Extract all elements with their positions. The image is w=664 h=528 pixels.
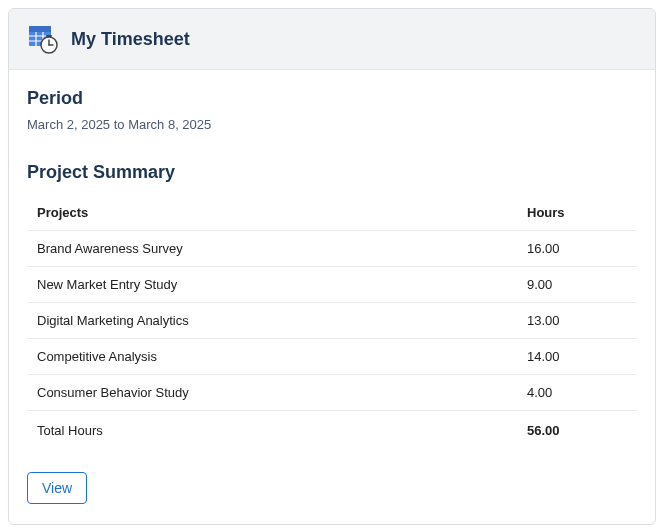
total-row: Total Hours 56.00: [27, 411, 637, 451]
table-row: Competitive Analysis 14.00: [27, 339, 637, 375]
project-name: Brand Awareness Survey: [27, 231, 517, 267]
view-button[interactable]: View: [27, 472, 87, 504]
period-label: Period: [27, 88, 637, 109]
project-hours: 13.00: [517, 303, 637, 339]
table-row: Digital Marketing Analytics 13.00: [27, 303, 637, 339]
svg-rect-7: [46, 35, 52, 37]
card-header: My Timesheet: [9, 9, 655, 70]
project-hours: 9.00: [517, 267, 637, 303]
project-summary-table: Projects Hours Brand Awareness Survey 16…: [27, 195, 637, 450]
project-name: Competitive Analysis: [27, 339, 517, 375]
total-label: Total Hours: [27, 411, 517, 451]
period-range: March 2, 2025 to March 8, 2025: [27, 117, 637, 132]
card-body: Period March 2, 2025 to March 8, 2025 Pr…: [9, 70, 655, 524]
timesheet-card: My Timesheet Period March 2, 2025 to Mar…: [8, 8, 656, 525]
table-row: Consumer Behavior Study 4.00: [27, 375, 637, 411]
summary-heading: Project Summary: [27, 162, 637, 183]
card-title: My Timesheet: [71, 29, 190, 50]
project-name: Consumer Behavior Study: [27, 375, 517, 411]
svg-rect-1: [29, 26, 51, 32]
total-value: 56.00: [517, 411, 637, 451]
table-header-row: Projects Hours: [27, 195, 637, 231]
project-hours: 14.00: [517, 339, 637, 375]
table-row: New Market Entry Study 9.00: [27, 267, 637, 303]
project-name: Digital Marketing Analytics: [27, 303, 517, 339]
table-row: Brand Awareness Survey 16.00: [27, 231, 637, 267]
project-hours: 16.00: [517, 231, 637, 267]
col-hours: Hours: [517, 195, 637, 231]
project-hours: 4.00: [517, 375, 637, 411]
col-projects: Projects: [27, 195, 517, 231]
project-name: New Market Entry Study: [27, 267, 517, 303]
timesheet-icon: [27, 23, 59, 55]
